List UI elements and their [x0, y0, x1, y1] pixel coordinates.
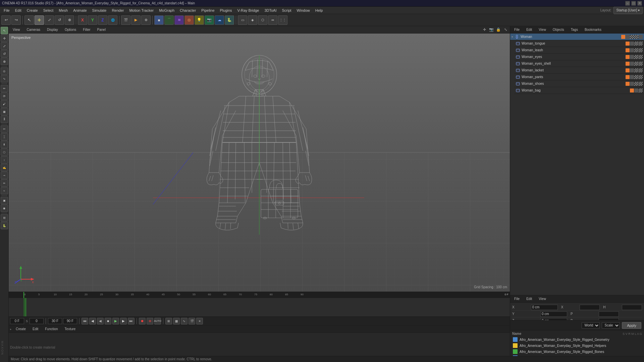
undo-button[interactable]: ↩: [1, 15, 11, 25]
name-list-item-bones[interactable]: Afro_American_Woman_Everyday_Style_Rigge…: [512, 349, 642, 355]
obj-dot-l1[interactable]: [626, 48, 630, 52]
menu-window[interactable]: Window: [294, 8, 312, 13]
obj-dot-bg1[interactable]: [630, 88, 634, 93]
select-tool-button[interactable]: ↖: [24, 15, 34, 25]
menu-plugins[interactable]: Plugins: [218, 8, 234, 13]
attr-x-input[interactable]: [531, 305, 558, 310]
name-list-item-helpers[interactable]: Afro_American_Woman_Everyday_Style_Rigge…: [512, 343, 642, 349]
timeline-track[interactable]: [9, 298, 510, 316]
mat-tab-function[interactable]: Function: [42, 326, 60, 331]
obj-dot-p2[interactable]: [630, 75, 634, 79]
play-reverse-button[interactable]: ◀: [97, 318, 104, 324]
obj-dot-lk4[interactable]: [639, 68, 643, 72]
viewport-3d[interactable]: Perspective Grid Spacing : 100 cm Y X Z: [9, 34, 510, 292]
menu-3dtoai[interactable]: 3DToAI: [262, 8, 279, 13]
vp-tab-filter[interactable]: Filter: [80, 27, 93, 32]
obj-row-woman[interactable]: ▾ Woman: [510, 34, 644, 40]
obj-row-lacket[interactable]: Woman_lacket: [514, 67, 644, 74]
obj-dot-p1[interactable]: [626, 75, 630, 79]
render-active-button[interactable]: ▶: [131, 15, 141, 25]
render-preview-button[interactable]: 🎬: [189, 318, 195, 324]
left-tool-uv[interactable]: ◉: [1, 204, 8, 212]
obj-dot-es1[interactable]: [626, 62, 630, 66]
obj-row-bag[interactable]: Woman_bag: [514, 87, 644, 94]
left-tool-rotate[interactable]: ↺: [1, 50, 8, 57]
menu-file[interactable]: File: [1, 8, 12, 13]
coord-space-dropdown[interactable]: World Local: [582, 322, 600, 328]
left-tool-paint[interactable]: ✏: [1, 85, 8, 92]
left-tool-rigging[interactable]: ⛓: [1, 214, 8, 222]
obj-row-eyes[interactable]: Woman_eyes: [514, 54, 644, 60]
obj-dot-lk1[interactable]: [626, 68, 630, 72]
obj-dot-3[interactable]: [634, 42, 638, 46]
floor-button[interactable]: ▭: [238, 15, 247, 25]
obj-dot-1[interactable]: [626, 42, 630, 46]
obj-dot-bg3[interactable]: [639, 88, 643, 93]
obj-row-tongue[interactable]: Woman_tongue: [514, 40, 644, 47]
scale-tool-button[interactable]: ⤢: [45, 15, 54, 25]
vp-nav-icon[interactable]: ✛: [481, 27, 487, 33]
rotate-tool-button[interactable]: ↺: [55, 15, 64, 25]
obj-dot-es4[interactable]: [639, 62, 643, 66]
jump-end-button[interactable]: ⏭: [128, 318, 135, 324]
obj-dot-bg2[interactable]: [634, 88, 638, 93]
python-button[interactable]: 🐍: [225, 15, 234, 25]
left-tool-knife[interactable]: ✂: [1, 125, 8, 133]
step-back-button[interactable]: ◀: [89, 318, 96, 324]
deformer-button[interactable]: ≋: [174, 15, 184, 25]
menu-render[interactable]: Render: [109, 8, 126, 13]
name-list-item-geometry[interactable]: Afro_American_Woman_Everyday_Style_Rigge…: [512, 337, 642, 343]
record-key-button[interactable]: ⊕: [147, 318, 153, 324]
effector-button[interactable]: ◎: [184, 15, 194, 25]
vp-tab-view[interactable]: View: [10, 27, 23, 32]
boole-button[interactable]: ⬡: [258, 15, 267, 25]
menu-mesh[interactable]: Mesh: [56, 8, 70, 13]
obj-dot-e3[interactable]: [634, 55, 638, 59]
attr-tab-edit[interactable]: Edit: [524, 296, 535, 301]
left-tool-sculpt[interactable]: ⟳: [1, 93, 8, 100]
transform-tool-button[interactable]: ⊕: [65, 15, 74, 25]
left-tool-9[interactable]: ▦: [1, 108, 8, 115]
obj-dot-e2[interactable]: [630, 55, 634, 59]
obj-woman-collapse[interactable]: ▾: [512, 35, 513, 39]
attr-sx-input[interactable]: [580, 305, 600, 310]
obj-tab-file[interactable]: File: [512, 27, 522, 32]
attr-tab-view[interactable]: View: [536, 296, 549, 301]
timeline-ruler[interactable]: 0 5 10 15 20 25 30 35 40 45 50 55 60 65 …: [9, 292, 510, 298]
world-space-button[interactable]: 🌐: [108, 15, 117, 25]
light-button[interactable]: 💡: [195, 15, 204, 25]
left-tool-texture[interactable]: ▣: [1, 197, 8, 204]
menu-character[interactable]: Character: [177, 8, 198, 13]
render-settings-button[interactable]: ⚙: [141, 15, 151, 25]
obj-dot-e1[interactable]: [626, 55, 630, 59]
obj-row-eyes-shell[interactable]: Woman_eyes_shell: [514, 60, 644, 67]
dope-sheet-button[interactable]: ▦: [173, 318, 180, 324]
menu-select[interactable]: Select: [41, 8, 56, 13]
material-button[interactable]: ◈: [248, 15, 257, 25]
obj-dot-l4[interactable]: [639, 48, 643, 52]
close-button[interactable]: ✕: [637, 1, 642, 6]
menu-mograph[interactable]: MoGraph: [157, 8, 177, 13]
obj-dot-e4[interactable]: [639, 55, 643, 59]
vp-tab-panel[interactable]: Panel: [95, 27, 109, 32]
mat-tab-texture[interactable]: Texture: [62, 326, 78, 331]
obj-row-pants[interactable]: Woman_pants: [514, 74, 644, 80]
obj-dot-sh4[interactable]: [639, 82, 643, 86]
obj-dot-es3[interactable]: [634, 62, 638, 66]
left-tool-select[interactable]: ↖: [1, 27, 8, 34]
motion-paths-button[interactable]: ⊞: [165, 318, 172, 324]
frame-current-input[interactable]: [10, 318, 24, 324]
step-forward-button[interactable]: ▶: [120, 318, 127, 324]
mat-tab-edit[interactable]: Edit: [30, 326, 41, 331]
menu-create[interactable]: Create: [24, 8, 40, 13]
obj-dot-l3[interactable]: [634, 48, 638, 52]
obj-dot-l2[interactable]: [630, 48, 634, 52]
obj-dot-sh2[interactable]: [630, 82, 634, 86]
obj-dot-lk3[interactable]: [634, 68, 638, 72]
left-tool-pen[interactable]: ✍: [1, 164, 8, 171]
redo-button[interactable]: ↪: [11, 15, 21, 25]
obj-dot-anim[interactable]: [630, 35, 634, 39]
left-tool-brush[interactable]: 🖌: [1, 100, 8, 108]
sky-button[interactable]: ☁: [215, 15, 224, 25]
mat-tab-create[interactable]: Create: [13, 326, 29, 331]
